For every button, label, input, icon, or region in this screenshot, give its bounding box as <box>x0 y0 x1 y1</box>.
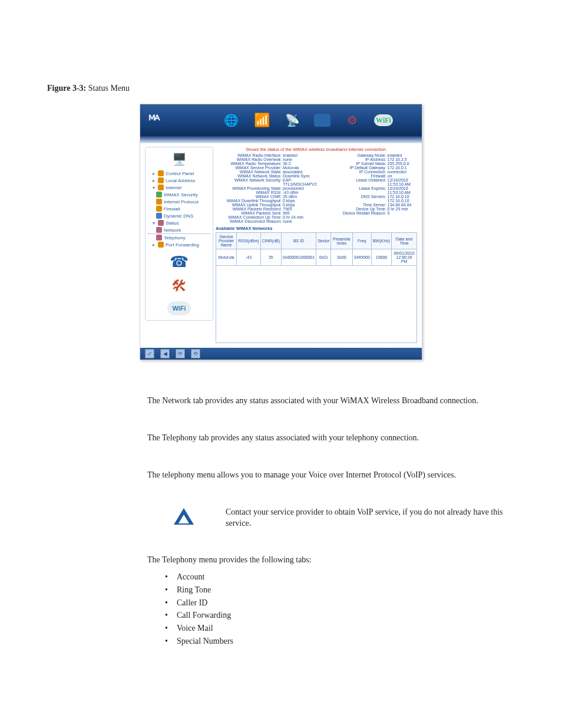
sidebar-item-internet-protocol[interactable]: Internet Protocol <box>148 198 210 205</box>
refresh-all-icon[interactable]: ⟲ <box>191 349 200 358</box>
status-value: EAP-TTLS/MSCHAPV2 <box>283 178 317 186</box>
status-row: WiMAX Radio Temperature:36 C <box>216 162 317 166</box>
status-value: 0 hr 24 min <box>283 215 303 219</box>
wifi-icon[interactable]: WiFi <box>167 301 191 315</box>
table-header: CINR(dB) <box>260 233 281 249</box>
status-value: 36 C <box>283 162 292 166</box>
status-label: Device Up Time: <box>332 207 388 211</box>
status-row: IP Connection:connected <box>332 170 417 174</box>
status-value: on <box>388 174 392 178</box>
sidebar-item-port-forwarding[interactable]: ▸Port Forwarding <box>148 241 210 248</box>
status-label: DNS Servers: <box>332 195 388 203</box>
status-value: 172.16.2.5 <box>388 157 407 162</box>
gear-icon[interactable]: ⚙ <box>343 111 361 129</box>
sidebar-item-control-panel[interactable]: ▸Control Panel <box>148 170 210 177</box>
available-networks-title: Available WiMAX Networks <box>216 226 417 231</box>
motorola-logo: ᴹᴬ <box>148 113 158 128</box>
status-row: Firewall:on <box>332 174 417 178</box>
sidebar-item-network[interactable]: Network <box>148 226 210 234</box>
status-row: WiMAX Radio Overheat:none <box>216 157 317 162</box>
status-value: provisioned <box>283 186 304 190</box>
sidebar-item-internet[interactable]: ▾Internet <box>148 184 210 191</box>
status-label: Lease Obtained: <box>332 178 388 186</box>
status-value: -43 dBm <box>283 190 298 195</box>
status-value: 35 dBm <box>283 195 297 199</box>
status-label: WiMAX Network Security: <box>216 178 283 186</box>
status-value: 0 kbps <box>283 203 295 207</box>
telephone-icon[interactable]: ☎ <box>170 253 189 271</box>
status-value: 0 hr 25 min <box>388 207 408 211</box>
status-value: 12/24/2010 11:53:10 AM <box>388 186 417 195</box>
status-value: 7565 <box>283 207 292 211</box>
signal-bars-icon[interactable]: 📶 <box>253 111 270 129</box>
sidebar-item-telephony[interactable]: Telephony <box>148 234 210 241</box>
status-label: WiMAX Network State: <box>216 170 283 174</box>
status-value: Motorola <box>283 166 299 170</box>
status-value: enabled <box>388 153 402 157</box>
status-value: none <box>283 219 292 223</box>
status-label: WiMAX Packets Sent: <box>216 211 283 215</box>
status-label: WiMAX Radio Overheat: <box>216 157 283 162</box>
sidebar-item-label: Network <box>164 228 181 233</box>
paragraph-telephony-menu: The telephony menu allows you to manage … <box>147 470 503 481</box>
status-value: associated <box>283 170 302 174</box>
figure-title: Status Menu <box>88 84 130 93</box>
globe-icon[interactable]: 🌐 <box>222 111 240 129</box>
table-cell: 35 <box>260 249 281 266</box>
note-triangle-icon <box>174 508 200 526</box>
status-row: IP Default Gateway:172.16.0.1 <box>332 166 417 170</box>
back-icon[interactable]: ◀ <box>160 349 170 358</box>
table-header: BW(KHz) <box>371 233 391 249</box>
list-item: Call Forwarding <box>165 609 515 622</box>
sidebar-item-firewall[interactable]: Firewall <box>148 205 210 212</box>
list-item: Ring Tone <box>165 584 515 597</box>
sidebar-item-status[interactable]: ▾Status <box>148 219 210 226</box>
status-menu-screenshot: ᴹᴬ 🌐 📶 📡 ⚙ WiFi 🖥️ ▸Control Panel ▸Local… <box>140 104 422 360</box>
status-value: 12/16/2010 11:53:10 AM <box>388 178 417 186</box>
wifi-badge-icon[interactable]: WiFi <box>374 114 393 126</box>
sidebar-item-label: Internet Protocol <box>164 199 199 205</box>
status-row: WiMAX Network State:associated <box>216 170 317 174</box>
sidebar-item-local-address[interactable]: ▸Local Address <box>148 177 210 184</box>
status-row: WiMAX Packets Received:7565 <box>216 207 317 211</box>
table-header: Freq <box>352 233 371 249</box>
monitor-icon[interactable] <box>314 114 330 127</box>
table-cell: 3465000 <box>352 249 371 266</box>
table-row: Motorola-43350x0000010000010x010x0034650… <box>216 249 417 266</box>
status-value: connected <box>388 170 406 174</box>
status-value: enabled <box>283 153 297 157</box>
list-item: Special Numbers <box>165 635 515 648</box>
status-row: WiMAX Network Security:EAP-TTLS/MSCHAPV2 <box>216 178 317 186</box>
table-header: Date and Time <box>392 233 417 249</box>
status-label: Firewall: <box>332 174 388 178</box>
status-row: DNS Servers:172.16.0.10 172.16.0.10 <box>332 195 417 203</box>
topbar-icons: 🌐 📶 📡 ⚙ WiFi <box>222 111 393 129</box>
available-networks-table: Service Provider NameRSSI(dBm)CINR(dB)BS… <box>216 232 417 266</box>
sidebar-item-label: Port Forwarding <box>166 242 199 248</box>
expand-icon[interactable]: ⤢ <box>145 349 154 358</box>
status-label: WiMAX CINR: <box>216 195 283 199</box>
sidebar-item-wimax-security[interactable]: WiMAX Security <box>148 191 210 198</box>
sidebar-item-label: Dynamic DNS <box>164 213 193 219</box>
status-value: 172.16.0.1 <box>388 166 407 170</box>
status-value: 134.84.84.84 <box>388 203 412 207</box>
figure-number: Figure 3-3: <box>47 84 86 93</box>
pc-icon: 🖥️ <box>148 151 210 167</box>
sidebar-item-dynamic-dns[interactable]: Dynamic DNS <box>148 212 210 219</box>
table-cell: 0x01 <box>316 249 331 266</box>
status-pane: Shows the status of the WiMAX wireless b… <box>213 147 417 343</box>
status-label: WiMAX RSSI: <box>216 190 283 195</box>
status-label: WiMAX Downlink Throughput: <box>216 199 283 203</box>
paragraph-network: The Network tab provides any status asso… <box>147 396 503 407</box>
table-header: RSSI(dBm) <box>237 233 260 249</box>
status-label: WiMAX Provisioning State: <box>216 186 283 190</box>
status-row: WiMAX Uplink Throughput:0 kbps <box>216 203 317 207</box>
table-cell: 06/01/2010 12:00:29 PM <box>392 249 417 266</box>
broadcast-icon[interactable]: 📡 <box>283 111 301 129</box>
tools-icon[interactable]: 🛠 <box>171 277 187 295</box>
status-label: WiMAX Radio Temperature: <box>216 162 283 166</box>
status-row: WiMAX Packets Sent:965 <box>216 211 317 215</box>
status-value: Downlink Sync <box>283 174 310 178</box>
table-cell: 10000 <box>371 249 391 266</box>
refresh-icon[interactable]: ⟳ <box>176 349 185 358</box>
